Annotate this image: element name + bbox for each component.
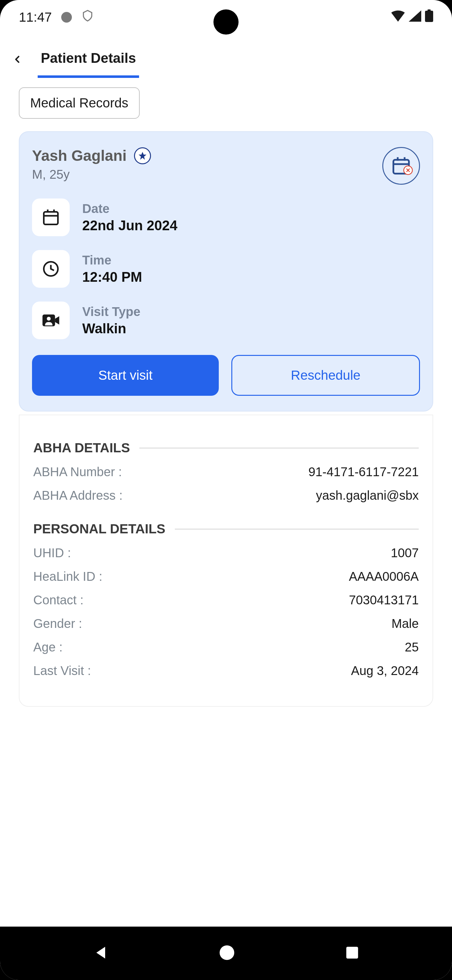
abha-number-value: 91-4171-6117-7221: [309, 465, 419, 479]
uhid-value: 1007: [391, 546, 419, 560]
nav-home-button[interactable]: [218, 944, 236, 963]
nav-recents-button[interactable]: [344, 945, 360, 962]
video-person-icon: [32, 302, 70, 339]
age-value: 25: [405, 640, 419, 654]
patient-name: Yash Gaglani: [32, 147, 127, 164]
svg-rect-1: [428, 10, 431, 11]
time-row: Time 12:40 PM: [32, 250, 420, 288]
healink-row: HeaLink ID : AAAA0006A: [33, 570, 419, 584]
divider: [175, 529, 419, 530]
svg-rect-17: [346, 947, 358, 959]
back-button[interactable]: [10, 51, 25, 67]
uhid-row: UHID : 1007: [33, 546, 419, 560]
tab-medical-records[interactable]: Medical Records: [19, 88, 140, 119]
abha-section-title: ABHA DETAILS: [33, 441, 130, 455]
status-time: 11:47: [19, 10, 52, 25]
svg-point-15: [47, 317, 51, 321]
divider: [140, 448, 419, 449]
nav-back-button[interactable]: [92, 944, 109, 963]
last-visit-label: Last Visit :: [33, 664, 91, 678]
system-nav-bar: [0, 927, 452, 980]
shield-icon: [81, 10, 94, 25]
appointment-card: Yash Gaglani M, 25y Date 22nd Ju: [19, 131, 433, 412]
patient-sex-age: M, 25y: [32, 167, 151, 181]
contact-value: 7030413171: [349, 593, 419, 607]
cell-signal-icon: [409, 10, 421, 25]
gender-label: Gender :: [33, 617, 82, 631]
clock-icon: [32, 250, 70, 288]
contact-label: Contact :: [33, 593, 84, 607]
personal-section-title: PERSONAL DETAILS: [33, 522, 165, 536]
abha-number-label: ABHA Number :: [33, 465, 122, 479]
date-label: Date: [82, 202, 178, 216]
gender-value: Male: [392, 617, 419, 631]
age-row: Age : 25: [33, 640, 419, 654]
cancel-appointment-button[interactable]: [382, 147, 420, 185]
healink-label: HeaLink ID :: [33, 570, 102, 584]
date-value: 22nd Jun 2024: [82, 218, 178, 233]
visit-type-value: Walkin: [82, 321, 140, 336]
abha-verified-icon: [134, 147, 151, 164]
subnav: Medical Records: [0, 78, 452, 128]
camera-hole: [213, 10, 239, 35]
visit-type-row: Visit Type Walkin: [32, 302, 420, 339]
start-visit-button[interactable]: Start visit: [32, 355, 219, 396]
gender-row: Gender : Male: [33, 617, 419, 631]
abha-number-row: ABHA Number : 91-4171-6117-7221: [33, 465, 419, 479]
uhid-label: UHID :: [33, 546, 71, 560]
abha-address-row: ABHA Address : yash.gaglani@sbx: [33, 488, 419, 503]
reschedule-button[interactable]: Reschedule: [232, 355, 420, 396]
x-circle-icon: [403, 165, 413, 175]
svg-rect-9: [44, 212, 58, 224]
chevron-left-icon: [12, 54, 23, 65]
app-header: Patient Details: [0, 35, 452, 78]
svg-rect-0: [425, 11, 433, 22]
contact-row: Contact : 7030413171: [33, 593, 419, 607]
svg-point-16: [220, 945, 235, 960]
abha-address-label: ABHA Address :: [33, 488, 123, 503]
time-value: 12:40 PM: [82, 269, 142, 285]
date-row: Date 22nd Jun 2024: [32, 199, 420, 236]
wifi-icon: [391, 10, 405, 25]
notification-dot-icon: [61, 12, 72, 22]
details-panel: ABHA DETAILS ABHA Number : 91-4171-6117-…: [19, 415, 433, 707]
time-label: Time: [82, 253, 142, 267]
healink-value: AAAA0006A: [349, 570, 419, 584]
last-visit-value: Aug 3, 2024: [351, 664, 419, 678]
battery-icon: [425, 10, 433, 25]
calendar-icon: [32, 199, 70, 236]
age-label: Age :: [33, 640, 62, 654]
last-visit-row: Last Visit : Aug 3, 2024: [33, 664, 419, 678]
tab-patient-details[interactable]: Patient Details: [38, 41, 139, 78]
visit-type-label: Visit Type: [82, 305, 140, 319]
abha-address-value: yash.gaglani@sbx: [316, 488, 419, 503]
